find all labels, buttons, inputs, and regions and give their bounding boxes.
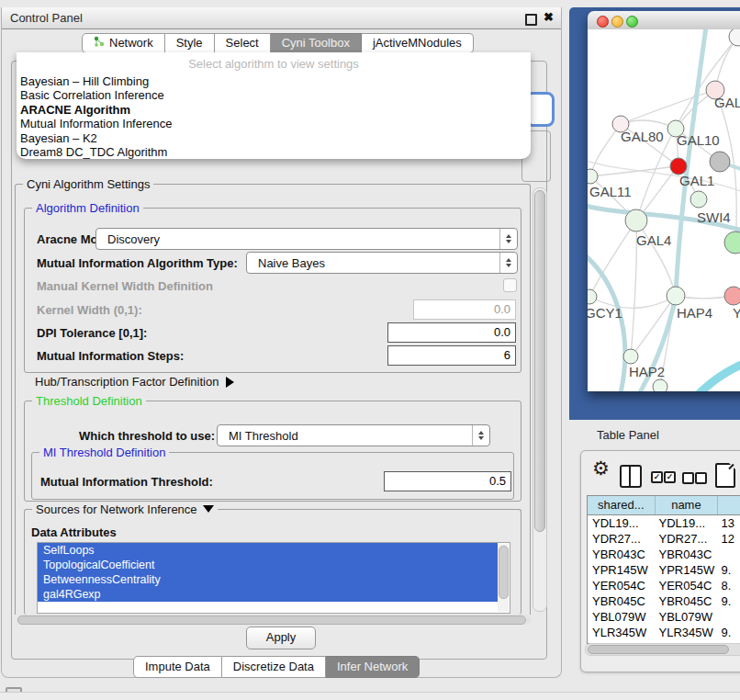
column-header[interactable]: name [656, 496, 719, 514]
network-node[interactable] [690, 191, 707, 208]
scrollbar-thumb[interactable] [17, 615, 526, 625]
network-node[interactable] [710, 152, 730, 172]
table-cell: YBL079W [655, 609, 717, 625]
close-traffic-light-icon[interactable] [597, 16, 609, 28]
algorithm-option[interactable]: Basic Correlation Inference [20, 88, 527, 102]
zoom-traffic-light-icon[interactable] [626, 16, 638, 28]
close-icon[interactable]: ✖ [544, 10, 554, 24]
columns-icon[interactable] [620, 465, 642, 488]
network-graph: GALGAL80GAL10GAL1GAL11SWI4GAL4GCY1HAP4YH… [588, 29, 740, 391]
node-table[interactable]: shared...name YDL19...YDL19...13YDR27...… [587, 495, 740, 644]
node-label: Y [733, 305, 740, 321]
network-edge[interactable] [588, 250, 625, 391]
tab-jactivemnodules[interactable]: jActiveMNodules [362, 33, 474, 53]
scrollbar-thumb[interactable] [534, 190, 545, 532]
network-edge[interactable] [590, 166, 678, 176]
tab-network[interactable]: Network [82, 33, 165, 53]
table-row[interactable]: YDR27...YDR27...12 [588, 531, 740, 547]
dropdown-placeholder: Select algorithm to view settings [17, 57, 531, 71]
network-view-window[interactable]: GALGAL80GAL10GAL1GAL11SWI4GAL4GCY1HAP4YH… [588, 11, 740, 391]
table-cell: YBL079W [588, 609, 655, 625]
checked-box-icon[interactable]: ✓ [651, 471, 663, 483]
column-header[interactable]: shared... [588, 496, 656, 514]
apply-button[interactable]: Apply [246, 627, 316, 649]
table-panel-title: Table Panel [597, 428, 659, 442]
mi-type-combo[interactable]: Naive Bayes [246, 252, 518, 274]
spinner-icon[interactable] [472, 425, 489, 446]
algorithm-option[interactable]: Bayesian – Hill Climbing [20, 74, 527, 88]
table-row[interactable]: YPR145WYPR145W9. [588, 562, 740, 578]
table-cell: YLR345W [655, 625, 717, 640]
algorithm-dropdown[interactable]: Select algorithm to view settings Bayesi… [17, 52, 531, 159]
scrollbar-thumb[interactable] [499, 546, 509, 599]
table-row[interactable]: YLR345WYLR345W9. [588, 625, 740, 640]
settings-vertical-scrollbar[interactable] [533, 187, 547, 612]
network-node[interactable] [729, 29, 740, 46]
tab-select[interactable]: Select [215, 33, 271, 53]
tab-label: Network [109, 34, 153, 52]
attribute-item[interactable]: SelfLoops [38, 543, 498, 558]
scrollbar-thumb[interactable] [588, 645, 729, 654]
network-node[interactable] [724, 231, 740, 254]
settings-horizontal-scrollbar[interactable] [17, 615, 531, 625]
table-row[interactable]: YDL19...YDL19...13 [588, 515, 740, 531]
spinner-icon[interactable] [499, 253, 517, 273]
tab-style[interactable]: Style [165, 33, 215, 53]
node-label: GAL4 [636, 232, 671, 248]
network-window-titlebar[interactable] [588, 11, 740, 30]
minimize-traffic-light-icon[interactable] [611, 16, 623, 28]
table-horizontal-scrollbar[interactable] [585, 643, 740, 656]
gear-icon[interactable]: ⚙ [592, 458, 610, 478]
network-node[interactable] [588, 169, 598, 184]
table-cell [716, 547, 740, 562]
checked-box-icon[interactable]: ✓ [664, 471, 676, 483]
attribute-item[interactable]: BetweennessCentrality [38, 572, 498, 587]
attribute-item[interactable]: TopologicalCoefficient [38, 558, 498, 572]
unchecked-box-icon[interactable] [695, 472, 707, 484]
table-row[interactable]: YBR045CYBR045C9. [588, 593, 740, 609]
network-node[interactable] [623, 349, 638, 364]
data-attributes-list[interactable]: SelfLoopsTopologicalCoefficientBetweenne… [37, 542, 510, 614]
mi-steps-field[interactable]: 6 [387, 345, 516, 366]
table-row[interactable]: YBR043CYBR043C [588, 547, 740, 562]
dpi-tolerance-field[interactable]: 0.0 [387, 322, 516, 343]
aracne-mode-combo[interactable]: Discovery [95, 228, 518, 250]
hub-definition-toggle[interactable]: Hub/Transcription Factor Definition [35, 375, 234, 389]
spinner-icon[interactable] [499, 229, 517, 249]
network-node[interactable] [653, 379, 667, 391]
document-icon[interactable] [715, 463, 735, 488]
algorithm-option[interactable]: Bayesian – K2 [20, 131, 527, 145]
manual-kernel-checkbox[interactable] [503, 278, 517, 292]
table-row[interactable]: YBL079WYBL079W [588, 609, 740, 625]
tab-cyni-toolbox[interactable]: Cyni Toolbox [271, 33, 362, 53]
tab-discretize-data[interactable]: Discretize Data [222, 656, 326, 678]
network-edge[interactable] [696, 353, 740, 391]
list-scrollbar[interactable] [498, 544, 509, 612]
node-label: GAL10 [677, 132, 720, 148]
float-window-icon[interactable] [525, 14, 537, 26]
attribute-item[interactable]: gal4RGexp [38, 587, 498, 602]
network-edge[interactable] [589, 220, 636, 297]
network-node[interactable] [625, 209, 647, 231]
column-header[interactable] [718, 496, 740, 514]
algorithm-option[interactable]: Mutual Information Inference [20, 117, 527, 130]
network-node[interactable] [667, 287, 685, 305]
tab-impute-data[interactable]: Impute Data [133, 656, 222, 678]
network-canvas[interactable]: GALGAL80GAL10GAL1GAL11SWI4GAL4GCY1HAP4YH… [588, 29, 740, 391]
table-cell: YBR045C [655, 593, 717, 609]
which-threshold-combo[interactable]: MI Threshold [217, 424, 490, 446]
expand-right-icon[interactable] [226, 377, 234, 388]
algorithm-option[interactable]: Dream8 DC_TDC Algorithm [20, 145, 527, 159]
group-title: Algorithm Definition [32, 201, 143, 215]
tab-infer-network[interactable]: Infer Network [326, 656, 420, 678]
mi-threshold-field[interactable]: 0.5 [384, 471, 511, 491]
network-node[interactable] [724, 287, 740, 305]
network-node[interactable] [588, 289, 597, 304]
network-edge[interactable] [590, 124, 621, 176]
unchecked-box-icon[interactable] [682, 472, 694, 484]
algorithm-option[interactable]: ARACNE Algorithm [20, 103, 527, 117]
sources-toggle[interactable]: Sources for Network Inference [32, 502, 218, 516]
table-row[interactable]: YER054CYER054C8. [588, 578, 740, 593]
network-edge[interactable] [621, 90, 715, 124]
collapse-down-icon[interactable] [203, 505, 214, 513]
